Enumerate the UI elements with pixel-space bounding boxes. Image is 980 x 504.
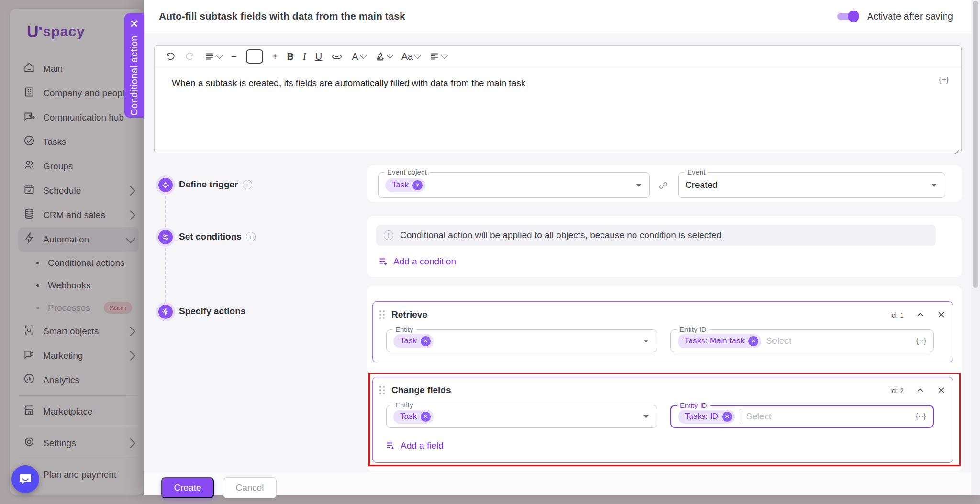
dropdown-arrow-icon[interactable]: [636, 184, 642, 187]
chevron-down-icon: [216, 52, 223, 58]
action-card-retrieve: Retrieve id: 1 Entity Task ✕ Entity ID T…: [372, 301, 953, 362]
bold-button[interactable]: B: [287, 51, 293, 62]
entity-chip: Task ✕: [393, 334, 434, 348]
scrollbar[interactable]: [971, 0, 980, 495]
event-object-field[interactable]: Event object Task ✕: [378, 172, 650, 198]
define-trigger-step-icon: [156, 175, 175, 195]
add-field-button[interactable]: Add a field: [385, 440, 444, 451]
tab-label: Conditional action: [129, 35, 140, 116]
text-case-button[interactable]: Aa: [401, 51, 420, 62]
action-title: Change fields: [391, 385, 451, 395]
chat-launcher-button[interactable]: [11, 465, 39, 493]
editor-body[interactable]: When a subtask is created, its fields ar…: [155, 67, 961, 153]
decrease-font-size-button[interactable]: −: [231, 51, 237, 62]
chevron-down-icon: [414, 52, 421, 58]
specify-actions-label: Specify actions: [179, 306, 245, 317]
set-conditions-step-icon: [156, 228, 175, 247]
remove-action-icon[interactable]: [936, 310, 946, 319]
toggle-label: Activate after saving: [867, 11, 953, 22]
highlight-color-button[interactable]: [375, 51, 392, 62]
conditional-action-tab[interactable]: ✕ Conditional action: [124, 13, 144, 118]
change-fields-entity-id-field[interactable]: Entity ID Tasks: ID ✕ {··}: [670, 405, 934, 428]
text-color-button[interactable]: A: [352, 51, 365, 62]
cancel-button[interactable]: Cancel: [223, 477, 277, 498]
editor-toolbar: − + B I U A Aa: [155, 46, 961, 67]
entity-id-chip: Tasks: ID ✕: [678, 410, 735, 424]
event-value: Created: [685, 180, 718, 190]
set-conditions-label: Set conditionsi: [179, 231, 256, 242]
drawer-footer: Create Cancel: [144, 472, 971, 495]
field-label: Entity ID: [677, 401, 710, 409]
close-icon[interactable]: ✕: [129, 18, 139, 30]
dropdown-arrow-icon[interactable]: [643, 340, 649, 343]
text-caret: [740, 410, 741, 423]
retrieve-entity-id-field[interactable]: Entity ID Tasks: Main task ✕ Select {··}: [670, 329, 934, 352]
remove-chip-icon[interactable]: ✕: [421, 336, 431, 346]
page-title: Auto-fill subtask fields with data from …: [159, 11, 405, 22]
info-icon[interactable]: i: [243, 180, 252, 189]
collapse-chevron-up-icon[interactable]: [915, 310, 925, 319]
activate-after-saving-toggle[interactable]: [837, 11, 859, 21]
undo-button[interactable]: [165, 51, 176, 62]
chevron-down-icon: [441, 52, 448, 58]
chevron-down-icon: [360, 52, 367, 58]
action-id-label: id: 1: [891, 311, 904, 319]
insert-variable-button[interactable]: {··}: [916, 412, 926, 421]
action-title: Retrieve: [391, 309, 427, 320]
dropdown-arrow-icon[interactable]: [643, 415, 649, 418]
font-size-box[interactable]: [246, 49, 263, 64]
event-field[interactable]: Event Created: [678, 172, 945, 198]
field-label: Event object: [384, 168, 430, 176]
resize-grip[interactable]: [953, 144, 959, 151]
collapse-chevron-up-icon[interactable]: [915, 385, 925, 395]
info-icon: i: [384, 230, 393, 240]
chat-bubble-icon: [18, 472, 33, 486]
info-icon[interactable]: i: [246, 232, 256, 241]
entity-chip: Task ✕: [393, 410, 434, 424]
select-placeholder[interactable]: Select: [766, 336, 791, 346]
dropdown-arrow-icon[interactable]: [931, 184, 937, 187]
insert-variable-button[interactable]: {+}: [939, 75, 949, 85]
step-connector-line: [165, 191, 166, 312]
increase-font-size-button[interactable]: +: [272, 51, 278, 62]
add-condition-button[interactable]: Add a condition: [378, 256, 456, 267]
action-card-change-fields: Change fields id: 2 Entity Task ✕ Entity…: [372, 377, 953, 463]
field-label: Entity ID: [677, 325, 710, 333]
conditions-info-text: Conditional action will be applied to al…: [400, 230, 722, 241]
drag-handle[interactable]: [379, 310, 385, 319]
redo-button[interactable]: [185, 51, 195, 62]
remove-chip-icon[interactable]: ✕: [412, 180, 423, 190]
text-align-button[interactable]: [429, 51, 447, 62]
drag-handle[interactable]: [379, 386, 385, 394]
italic-button[interactable]: I: [303, 51, 306, 63]
field-label: Entity: [392, 401, 416, 409]
change-fields-entity-field[interactable]: Entity Task ✕: [386, 405, 657, 428]
field-label: Entity: [392, 325, 416, 333]
app-root: U spacy Main Company and people Communic…: [0, 0, 980, 504]
remove-action-icon[interactable]: [936, 385, 946, 395]
retrieve-entity-field[interactable]: Entity Task ✕: [386, 329, 657, 352]
remove-chip-icon[interactable]: ✕: [722, 412, 732, 422]
insert-link-button[interactable]: [331, 51, 343, 62]
line-spacing-button[interactable]: [204, 51, 222, 62]
drawer-header: Auto-fill subtask fields with data from …: [144, 0, 971, 33]
entity-id-chip: Tasks: Main task ✕: [678, 334, 761, 348]
chevron-down-icon: [387, 52, 393, 58]
insert-variable-button[interactable]: {··}: [916, 337, 926, 345]
entity-id-input[interactable]: [745, 411, 906, 422]
underline-button[interactable]: U: [315, 51, 322, 62]
remove-chip-icon[interactable]: ✕: [421, 412, 431, 422]
event-object-chip: Task ✕: [385, 178, 425, 192]
editor-content[interactable]: When a subtask is created, its fields ar…: [172, 78, 525, 88]
scrollbar-thumb[interactable]: [973, 1, 978, 288]
remove-chip-icon[interactable]: ✕: [748, 336, 758, 346]
specify-actions-step-icon: [156, 302, 175, 321]
conditions-info-alert: i Conditional action will be applied to …: [376, 225, 936, 246]
action-id-label: id: 2: [891, 386, 904, 394]
description-editor[interactable]: − + B I U A Aa When a subtask is created…: [154, 45, 962, 153]
link-fields-icon: [657, 180, 669, 193]
define-trigger-label: Define triggeri: [179, 179, 252, 190]
field-label: Event: [684, 168, 708, 176]
create-button[interactable]: Create: [161, 477, 214, 498]
